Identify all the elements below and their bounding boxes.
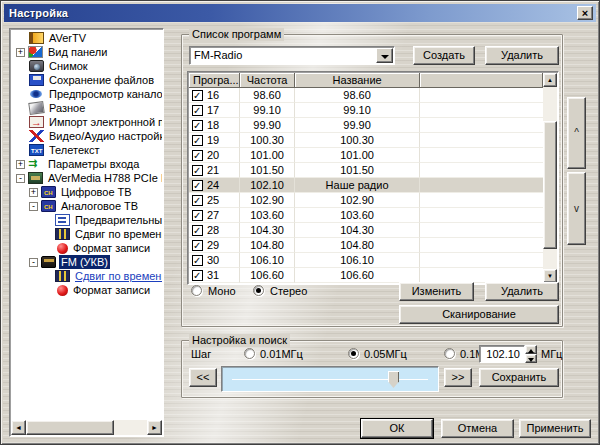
tree-item[interactable]: Сдвиг по времени [11, 227, 162, 241]
tree-horizontal-scrollbar[interactable]: ◄ ► [11, 420, 162, 435]
tree-item[interactable]: Предварительный [11, 213, 162, 227]
cancel-button[interactable]: Отмена [441, 419, 514, 438]
create-button[interactable]: Создать [413, 46, 475, 65]
collapse-icon[interactable]: - [16, 174, 25, 183]
channel-checkbox[interactable] [192, 210, 203, 221]
step-radio[interactable] [244, 348, 255, 359]
tree-item[interactable]: -AVerMedia H788 PCIe Hybri [11, 171, 162, 185]
scrollbar-thumb[interactable] [26, 420, 114, 435]
ok-button[interactable]: ОК [361, 419, 433, 438]
program-table[interactable]: Програ...ЧастотаНазвание 1698.6098.60179… [187, 71, 559, 285]
settings-tree[interactable]: AVerTV+Вид панелиСнимокСохранение файлов… [9, 28, 164, 437]
table-row[interactable]: 28104.30104.30 [189, 223, 543, 238]
channel-checkbox[interactable] [192, 120, 203, 131]
tree-item[interactable]: Телетекст [11, 143, 162, 157]
empty-cell [420, 268, 543, 283]
tree-item[interactable]: Предпросмотр каналов [11, 87, 162, 101]
seek-down-button[interactable]: << [189, 368, 217, 387]
empty-cell [420, 103, 543, 118]
scroll-up-button[interactable]: ▲ [543, 73, 557, 87]
scroll-left-button[interactable]: ◄ [11, 420, 26, 435]
frequency-input[interactable]: 102.10 [479, 345, 525, 363]
table-row[interactable]: 25102.90102.90 [189, 193, 543, 208]
step-radio[interactable] [444, 348, 455, 359]
preview-icon [29, 88, 44, 100]
delete-list-button[interactable]: Удалить [485, 46, 559, 65]
channel-checkbox[interactable] [192, 150, 203, 161]
column-header[interactable]: Название [295, 73, 419, 88]
expand-icon[interactable]: + [16, 48, 25, 57]
move-channel-down-button[interactable]: v [567, 172, 586, 245]
tree-item[interactable]: +Параметры входа [11, 157, 162, 171]
expand-icon[interactable]: + [16, 160, 25, 169]
tree-item[interactable]: +Вид панели [11, 45, 162, 59]
table-row[interactable]: 19100.30100.30 [189, 133, 543, 148]
scrollbar-track[interactable] [114, 420, 147, 435]
program-list-combobox[interactable]: FM-Radio [189, 46, 395, 65]
column-header[interactable]: Частота [240, 73, 296, 88]
column-header[interactable]: Програ... [189, 73, 240, 88]
step-radio[interactable] [348, 348, 359, 359]
table-row[interactable]: 1799.1099.10 [189, 103, 543, 118]
name-cell: Наше радио [295, 178, 419, 193]
channel-checkbox[interactable] [192, 240, 203, 251]
frequency-slider[interactable] [221, 366, 439, 392]
close-button[interactable]: × [577, 6, 593, 20]
scroll-right-button[interactable]: ► [147, 420, 162, 435]
frequency-spin-down[interactable] [525, 354, 537, 363]
scan-button[interactable]: Сканирование [399, 305, 559, 324]
column-header[interactable] [420, 73, 543, 88]
channel-checkbox[interactable] [192, 180, 203, 191]
table-row[interactable]: 1698.6098.60 [189, 88, 543, 103]
channel-checkbox[interactable] [192, 225, 203, 236]
slider-thumb[interactable] [388, 371, 399, 388]
channel-checkbox[interactable] [192, 195, 203, 206]
collapse-icon[interactable]: - [29, 202, 38, 211]
expand-icon[interactable]: + [29, 188, 38, 197]
titlebar[interactable]: Настройка × [4, 4, 596, 22]
table-row[interactable]: 27103.60103.60 [189, 208, 543, 223]
tree-item[interactable]: -Аналоговое ТВ [11, 199, 162, 213]
edit-button[interactable]: Изменить [399, 282, 474, 301]
apply-button[interactable]: Применить [519, 419, 591, 438]
table-row[interactable]: 1899.9099.90 [189, 118, 543, 133]
save-button[interactable]: Сохранить [479, 368, 559, 387]
tree-item[interactable]: Разное [11, 101, 162, 115]
step-radio-label: 0.01МГц [260, 348, 303, 361]
channel-checkbox[interactable] [192, 165, 203, 176]
combobox-dropdown-button[interactable] [376, 48, 393, 63]
frequency-cell: 102.90 [240, 193, 296, 208]
table-row[interactable]: 31106.60106.60 [189, 268, 543, 283]
stereo-radio[interactable] [253, 285, 264, 296]
channel-checkbox[interactable] [192, 255, 203, 266]
frequency-spin-up[interactable] [525, 345, 537, 354]
delete-channel-button[interactable]: Удалить [485, 282, 559, 301]
tree-item[interactable]: Сохранение файлов [11, 73, 162, 87]
table-row[interactable]: 29104.80104.80 [189, 238, 543, 253]
tree-item[interactable]: AVerTV [11, 31, 162, 45]
channel-checkbox[interactable] [192, 135, 203, 146]
channel-checkbox[interactable] [192, 105, 203, 116]
table-row[interactable]: 20101.00101.00 [189, 148, 543, 163]
move-channel-up-button[interactable]: ^ [567, 97, 586, 169]
tree-item[interactable]: Импорт электронной прог [11, 115, 162, 129]
mono-radio[interactable] [191, 285, 202, 296]
table-vertical-scrollbar[interactable]: ▲ ▼ [543, 73, 557, 283]
table-row[interactable]: 30106.10106.10 [189, 253, 543, 268]
channel-checkbox[interactable] [192, 90, 203, 101]
tree-item[interactable]: Видео/Аудио настройки [11, 129, 162, 143]
scrollbar-thumb[interactable] [543, 121, 557, 249]
channel-checkbox[interactable] [192, 270, 203, 281]
tree-item[interactable]: Формат записи [11, 283, 162, 297]
tree-item[interactable]: Формат записи [11, 241, 162, 255]
tree-item[interactable]: -FM (УКВ) [11, 255, 162, 269]
tree-item[interactable]: Снимок [11, 59, 162, 73]
table-row[interactable]: 21101.50101.50 [189, 163, 543, 178]
seek-up-button[interactable]: >> [444, 368, 472, 387]
tree-item[interactable]: Сдвиг по времени [11, 269, 162, 283]
collapse-icon[interactable]: - [29, 258, 38, 267]
tree-item-label: Формат записи [71, 283, 152, 297]
scroll-down-button[interactable]: ▼ [543, 269, 557, 283]
tree-item[interactable]: +Цифровое ТВ [11, 185, 162, 199]
table-row[interactable]: 24102.10Наше радио [189, 178, 543, 193]
